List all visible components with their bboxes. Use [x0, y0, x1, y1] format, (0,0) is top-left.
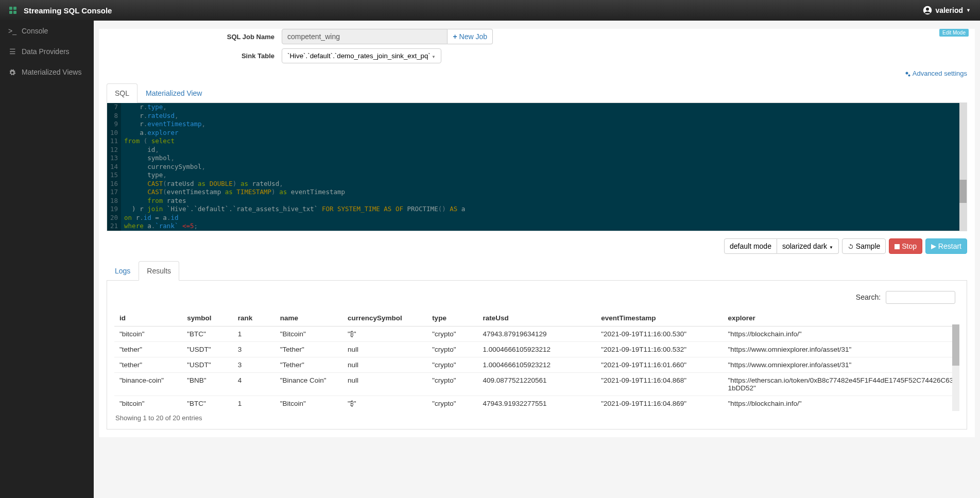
chevron-down-icon: ▼	[829, 245, 833, 250]
results-table: idsymbolranknamecurrencySymboltyperateUs…	[114, 310, 959, 411]
table-cell: 1.0004666105923212	[478, 357, 596, 372]
results-footer: Showing 1 to 20 of 20 entries	[114, 411, 959, 422]
table-cell: "crypto"	[427, 341, 477, 357]
table-cell: 409.0877521220561	[478, 372, 596, 396]
table-cell: "Tether"	[275, 357, 342, 372]
column-header[interactable]: id	[114, 310, 182, 327]
output-tabs: Logs Results	[107, 261, 967, 281]
table-cell: null	[342, 341, 427, 357]
table-cell: "Binance Coin"	[275, 372, 342, 396]
chevron-down-icon: ▼	[966, 8, 971, 13]
column-header[interactable]: symbol	[182, 310, 232, 327]
table-cell: "Tether"	[275, 341, 342, 357]
restart-button[interactable]: Restart	[925, 238, 967, 254]
theme-dropdown[interactable]: solarized dark ▼	[777, 238, 839, 254]
column-header[interactable]: rank	[233, 310, 275, 327]
sidebar: >_ Console ☰ Data Providers Materialized…	[0, 21, 94, 448]
console-panel: Edit Mode SQL Job Name + New Job Sink Ta…	[99, 29, 975, 437]
table-cell: "BNB"	[182, 372, 232, 396]
table-cell: "crypto"	[427, 326, 477, 341]
results-search-input[interactable]	[886, 291, 955, 304]
sample-button[interactable]: Sample	[842, 238, 886, 254]
table-row: "bitcoin""BTC"1"Bitcoin""₿""crypto"47943…	[114, 396, 959, 411]
job-name-label: SQL Job Name	[107, 33, 282, 41]
table-cell: "2021-09-19T11:16:04.868"	[596, 372, 723, 396]
column-header[interactable]: type	[427, 310, 477, 327]
table-cell: "https://blockchain.info/"	[723, 396, 959, 411]
sql-editor[interactable]: 789101112131415161718192021 r.type, r.ra…	[107, 103, 967, 231]
tab-materialized-view[interactable]: Materialized View	[137, 83, 210, 102]
table-cell: "https://www.omniexplorer.info/asset/31"	[723, 341, 959, 357]
stop-icon	[895, 244, 900, 249]
column-header[interactable]: currencySymbol	[342, 310, 427, 327]
table-cell: "₿"	[342, 326, 427, 341]
user-name: valeriod	[935, 6, 963, 14]
svg-marker-5	[931, 244, 936, 249]
topbar: Streaming SQL Console valeriod ▼	[0, 0, 980, 21]
svg-point-2	[905, 72, 908, 74]
svg-point-3	[908, 74, 910, 76]
table-cell: 4	[233, 372, 275, 396]
results-scrollbar[interactable]	[952, 324, 959, 411]
table-cell: 47943.87919634129	[478, 326, 596, 341]
mode-button[interactable]: default mode	[724, 238, 777, 254]
table-cell: 3	[233, 357, 275, 372]
table-cell: "Bitcoin"	[275, 396, 342, 411]
sidebar-item-console[interactable]: >_ Console	[0, 21, 94, 41]
column-header[interactable]: rateUsd	[478, 310, 596, 327]
table-cell: "2021-09-19T11:16:00.530"	[596, 326, 723, 341]
table-cell: null	[342, 357, 427, 372]
job-name-input[interactable]	[282, 29, 448, 44]
table-cell: "BTC"	[182, 396, 232, 411]
tab-sql[interactable]: SQL	[107, 83, 137, 103]
user-menu[interactable]: valeriod ▼	[923, 6, 971, 15]
edit-mode-badge[interactable]: Edit Mode	[939, 29, 969, 37]
search-label: Search:	[856, 293, 881, 301]
column-header[interactable]: name	[275, 310, 342, 327]
stop-button[interactable]: Stop	[889, 238, 922, 254]
table-cell: "https://etherscan.io/token/0xB8c77482e4…	[723, 372, 959, 396]
table-cell: 1	[233, 396, 275, 411]
svg-point-1	[926, 8, 929, 11]
tab-results[interactable]: Results	[139, 261, 179, 281]
table-cell: "USDT"	[182, 341, 232, 357]
gears-icon	[905, 71, 911, 77]
terminal-icon: >_	[8, 27, 16, 35]
table-cell: "https://blockchain.info/"	[723, 326, 959, 341]
play-icon	[931, 244, 936, 249]
table-cell: "crypto"	[427, 357, 477, 372]
table-cell: "bitcoin"	[114, 326, 182, 341]
table-row: "tether""USDT"3"Tether"null"crypto"1.000…	[114, 357, 959, 372]
table-cell: "2021-09-19T11:16:01.660"	[596, 357, 723, 372]
editor-scrollbar[interactable]	[959, 103, 967, 231]
table-cell: "2021-09-19T11:16:04.869"	[596, 396, 723, 411]
table-cell: "bitcoin"	[114, 396, 182, 411]
column-header[interactable]: explorer	[723, 310, 959, 327]
table-cell: 1.0004666105923212	[478, 341, 596, 357]
user-icon	[923, 6, 932, 15]
table-row: "tether""USDT"3"Tether"null"crypto"1.000…	[114, 341, 959, 357]
tab-logs[interactable]: Logs	[107, 261, 139, 280]
column-header[interactable]: eventTimestamp	[596, 310, 723, 327]
table-cell: "tether"	[114, 357, 182, 372]
sidebar-item-label: Console	[22, 27, 48, 35]
table-cell: "₿"	[342, 396, 427, 411]
new-job-button[interactable]: + New Job	[448, 29, 493, 44]
sidebar-item-materialized-views[interactable]: Materialized Views	[0, 62, 94, 82]
table-cell: null	[342, 372, 427, 396]
svg-rect-4	[895, 244, 900, 249]
main: Edit Mode SQL Job Name + New Job Sink Ta…	[94, 21, 980, 448]
sink-table-dropdown[interactable]: `Hive`.`default`.`demo_rates_join_sink_e…	[282, 48, 441, 63]
sink-table-label: Sink Table	[107, 52, 282, 60]
table-row: "binance-coin""BNB"4"Binance Coin"null"c…	[114, 372, 959, 396]
list-icon: ☰	[8, 47, 16, 56]
editor-actions: default mode solarized dark ▼ Sample Sto…	[107, 238, 967, 254]
table-cell: "2021-09-19T11:16:00.532"	[596, 341, 723, 357]
sidebar-item-label: Data Providers	[22, 47, 70, 56]
advanced-settings-link[interactable]: Advanced settings	[107, 70, 967, 77]
gear-icon	[8, 68, 16, 76]
app-logo-icon	[9, 7, 19, 14]
table-cell: "https://www.omniexplorer.info/asset/31"	[723, 357, 959, 372]
sidebar-item-data-providers[interactable]: ☰ Data Providers	[0, 41, 94, 62]
table-cell: "crypto"	[427, 396, 477, 411]
